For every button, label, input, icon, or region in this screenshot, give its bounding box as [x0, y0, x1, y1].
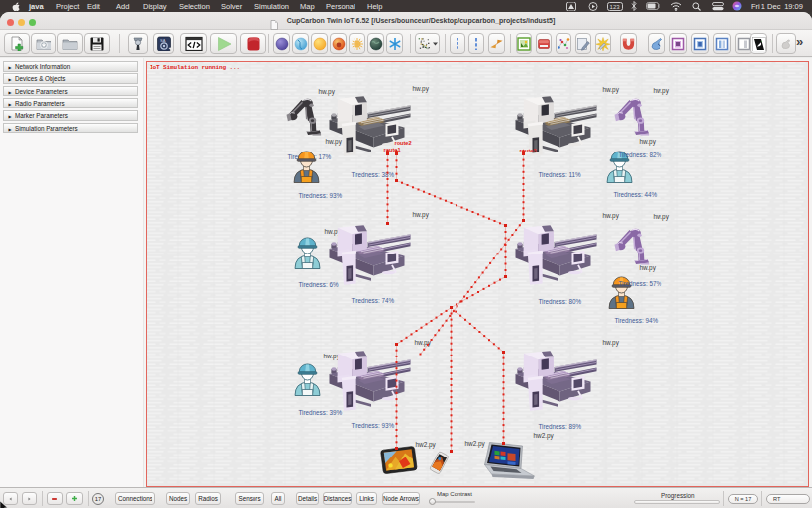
- svg-text:hw.py: hw.py: [603, 212, 620, 220]
- svg-text:Tiredness: 44%: Tiredness: 44%: [614, 191, 658, 198]
- svg-text:hw2.py: hw2.py: [416, 441, 437, 449]
- svg-text:Tiredness: 38%: Tiredness: 38%: [352, 171, 395, 178]
- svg-text:hw.py: hw.py: [640, 138, 657, 146]
- svg-text:Tiredness: 82%: Tiredness: 82%: [619, 152, 662, 158]
- svg-text:Tiredness: 6%: Tiredness: 6%: [299, 281, 339, 288]
- svg-text:hw.py: hw.py: [640, 264, 657, 272]
- svg-text:hw.py: hw.py: [413, 85, 430, 93]
- svg-text:hw.py: hw.py: [326, 138, 343, 146]
- svg-text:hw.py: hw.py: [415, 339, 432, 347]
- svg-text:SA: SA: [160, 38, 166, 43]
- svg-text:hw.py: hw.py: [654, 213, 670, 221]
- svg-text:Tiredness: 93%: Tiredness: 93%: [352, 422, 395, 429]
- svg-text:Tiredness: 94%: Tiredness: 94%: [615, 317, 659, 324]
- svg-text:hw2.py: hw2.py: [534, 432, 555, 440]
- svg-text:Tiredness: 80%: Tiredness: 80%: [539, 298, 582, 305]
- svg-text:Tiredness: 89%: Tiredness: 89%: [539, 423, 582, 430]
- svg-text:Tiredness: 39%: Tiredness: 39%: [299, 409, 343, 416]
- svg-text:hw.py: hw.py: [603, 339, 620, 347]
- svg-text:hw2.py: hw2.py: [465, 440, 486, 448]
- svg-text:hw.py: hw.py: [413, 211, 430, 219]
- svg-text:hw.py: hw.py: [319, 88, 336, 96]
- svg-text:Tiredness: 11%: Tiredness: 11%: [539, 171, 581, 178]
- svg-text:hw.py: hw.py: [603, 86, 620, 94]
- svg-text:route1: route1: [384, 147, 401, 152]
- svg-text:Tiredness: 74%: Tiredness: 74%: [352, 297, 395, 304]
- svg-text:route3: route3: [520, 148, 537, 153]
- svg-text:Tiredness: 57%: Tiredness: 57%: [619, 280, 662, 287]
- svg-text:route2: route2: [395, 140, 412, 146]
- svg-text:IoT Simulation running ...: IoT Simulation running ...: [150, 64, 240, 71]
- svg-text:hw.py: hw.py: [654, 87, 670, 95]
- svg-text:123: 123: [610, 3, 621, 9]
- svg-text:Tiredness: 93%: Tiredness: 93%: [299, 192, 343, 199]
